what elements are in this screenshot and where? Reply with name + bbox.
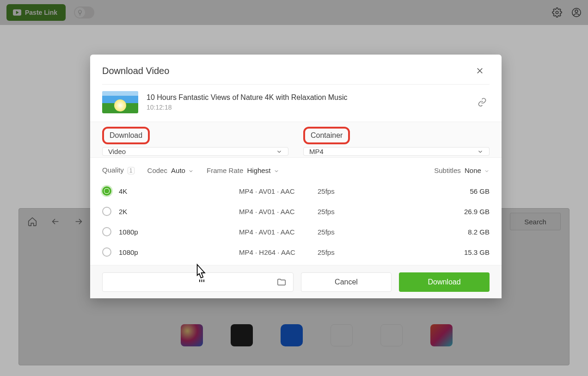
quality-codec: MP4 · AV01 · AAC — [239, 228, 318, 236]
download-label-highlight: Download — [102, 127, 150, 144]
copy-link-button[interactable] — [475, 95, 490, 110]
quality-fps: 25fps — [318, 187, 382, 195]
link-icon — [478, 98, 487, 107]
codec-label: Codec — [147, 166, 167, 174]
codec-value: Auto — [171, 166, 185, 174]
folder-icon — [276, 277, 287, 287]
quality-fps: 25fps — [318, 228, 382, 236]
subtitles-label: Subtitles — [434, 166, 461, 174]
quality-fps: 25fps — [318, 208, 382, 216]
download-video-dialog: Download Video 10 Hours Fantastic Views … — [90, 55, 502, 298]
chevron-down-icon — [276, 148, 282, 155]
chevron-down-icon — [477, 148, 484, 155]
download-type-value: Video — [108, 148, 126, 155]
container-label: Container — [311, 131, 343, 139]
close-button[interactable] — [476, 64, 490, 78]
quality-size: 15.3 GB — [382, 248, 490, 256]
quality-size: 26.9 GB — [382, 208, 490, 216]
download-type-select[interactable]: Video — [102, 147, 288, 156]
chevron-down-icon — [484, 168, 490, 174]
quality-resolution: 2K — [119, 208, 239, 216]
quality-row[interactable]: 1080pMP4 · H264 · AAC25fps15.3 GB — [102, 242, 490, 262]
quality-size: 56 GB — [382, 187, 490, 195]
video-duration: 10:12:18 — [147, 104, 466, 111]
quality-radio[interactable] — [102, 227, 111, 236]
quality-radio[interactable] — [102, 207, 111, 216]
dialog-title: Download Video — [102, 66, 169, 76]
filters-row: Quality 1 Codec Auto Frame Rate Highest … — [90, 158, 502, 179]
cancel-button[interactable]: Cancel — [301, 272, 392, 292]
video-title: 10 Hours Fantastic Views of Nature 4K wi… — [147, 93, 466, 102]
quality-list: 4KMP4 · AV01 · AAC25fps56 GB2KMP4 · AV01… — [90, 179, 502, 265]
quality-resolution: 1080p — [119, 228, 239, 236]
download-button[interactable]: Download — [399, 272, 490, 292]
download-label: Download — [110, 131, 142, 139]
close-icon — [476, 67, 484, 75]
quality-codec: MP4 · H264 · AAC — [239, 248, 318, 256]
container-value: MP4 — [309, 148, 324, 155]
quality-row[interactable]: 1080pMP4 · AV01 · AAC25fps8.2 GB — [102, 222, 490, 242]
quality-row[interactable]: 4KMP4 · AV01 · AAC25fps56 GB — [102, 181, 490, 201]
quality-resolution: 1080p — [119, 248, 239, 256]
quality-codec: MP4 · AV01 · AAC — [239, 187, 318, 195]
framerate-label: Frame Rate — [207, 166, 243, 174]
dialog-footer: Cancel Download — [90, 265, 502, 298]
quality-radio[interactable] — [102, 186, 111, 196]
quality-row[interactable]: 2KMP4 · AV01 · AAC25fps26.9 GB — [102, 201, 490, 222]
framerate-filter[interactable]: Frame Rate Highest — [207, 166, 279, 174]
quality-label: Quality — [102, 166, 124, 174]
choose-folder-button[interactable] — [276, 277, 287, 287]
container-label-highlight: Container — [303, 127, 350, 144]
select-bar: Download Video Container MP4 — [90, 122, 502, 158]
video-thumbnail — [102, 91, 138, 113]
output-path-field[interactable] — [102, 272, 294, 292]
subtitles-filter[interactable]: Subtitles None — [434, 166, 490, 174]
quality-resolution: 4K — [119, 187, 239, 195]
framerate-value: Highest — [247, 166, 270, 174]
quality-badge: 1 — [128, 167, 135, 174]
quality-size: 8.2 GB — [382, 228, 490, 236]
quality-radio[interactable] — [102, 247, 111, 257]
subtitles-value: None — [465, 166, 481, 174]
codec-filter[interactable]: Codec Auto — [147, 166, 194, 174]
video-info-row: 10 Hours Fantastic Views of Nature 4K wi… — [90, 85, 502, 122]
quality-codec: MP4 · AV01 · AAC — [239, 208, 318, 216]
container-select[interactable]: MP4 — [303, 147, 490, 156]
quality-fps: 25fps — [318, 248, 382, 256]
chevron-down-icon — [188, 168, 194, 174]
quality-filter[interactable]: Quality 1 — [102, 166, 135, 174]
chevron-down-icon — [274, 168, 279, 174]
